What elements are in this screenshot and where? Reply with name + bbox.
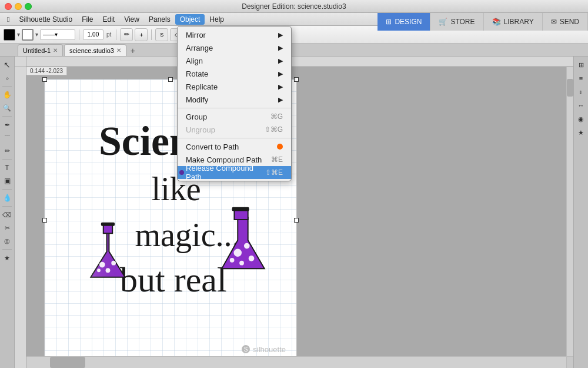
release-compound-dot [179,170,184,175]
menu-replicate-arrow: ▶ [278,83,283,91]
menu-modify-arrow: ▶ [278,96,283,104]
menu-section-2: Group ⌘G Ungroup ⇧⌘G [178,108,291,138]
menu-release-compound-path[interactable]: Release Compound Path ⇧⌘E [178,166,291,179]
menu-ungroup-shortcut: ⇧⌘G [265,125,283,134]
menu-release-compound-shortcut: ⇧⌘E [265,168,283,177]
menu-replicate[interactable]: Replicate ▶ [178,80,291,93]
menu-group-shortcut: ⌘G [270,112,283,121]
menu-arrange[interactable]: Arrange ▶ [178,41,291,54]
menu-rotate-arrow: ▶ [278,70,283,78]
menu-align-arrow: ▶ [278,57,283,65]
menu-mirror-arrow: ▶ [278,31,283,39]
menu-mirror[interactable]: Mirror ▶ [178,28,291,41]
menu-rotate[interactable]: Rotate ▶ [178,67,291,80]
menu-ungroup: Ungroup ⇧⌘G [178,123,291,136]
menu-make-compound-shortcut: ⌘E [271,155,283,164]
menu-arrange-arrow: ▶ [278,44,283,52]
dropdown-overlay[interactable]: Mirror ▶ Arrange ▶ Align ▶ Rotate ▶ Repl… [0,0,588,368]
convert-path-indicator [277,144,283,150]
menu-convert-to-path[interactable]: Convert to Path [178,140,291,153]
menu-section-1: Mirror ▶ Arrange ▶ Align ▶ Rotate ▶ Repl… [178,26,291,108]
menu-section-3: Convert to Path Make Compound Path ⌘E Re… [178,138,291,181]
menu-align[interactable]: Align ▶ [178,54,291,67]
menu-group[interactable]: Group ⌘G [178,110,291,123]
object-menu: Mirror ▶ Arrange ▶ Align ▶ Rotate ▶ Repl… [177,26,292,181]
menu-modify[interactable]: Modify ▶ [178,93,291,106]
